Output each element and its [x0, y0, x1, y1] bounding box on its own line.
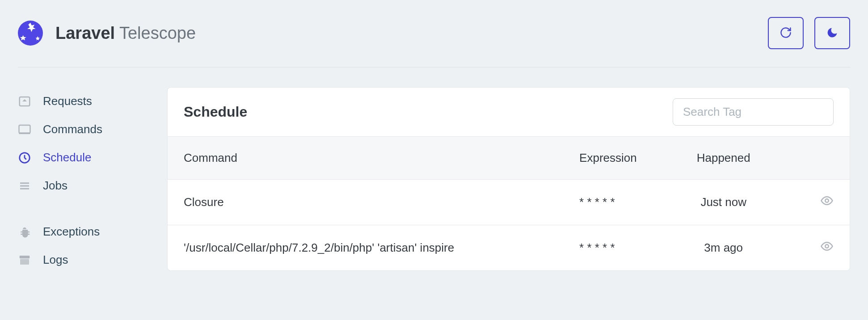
- sidebar-item-exceptions[interactable]: Exceptions: [18, 218, 147, 246]
- nav-group-main: Requests Commands Schedule: [18, 87, 147, 200]
- topbar: Laravel Telescope: [18, 0, 850, 67]
- moon-icon: [826, 26, 839, 40]
- svg-rect-1: [19, 125, 30, 133]
- sidebar-item-label: Logs: [43, 253, 68, 267]
- view-entry-button[interactable]: [820, 240, 834, 254]
- sidebar-item-label: Requests: [43, 94, 92, 108]
- sidebar-item-label: Schedule: [43, 151, 91, 164]
- search-input[interactable]: [673, 98, 834, 126]
- list-icon: [18, 179, 31, 193]
- brand-light: Telescope: [119, 24, 196, 42]
- cell-command: Closure: [168, 180, 563, 225]
- svg-point-5: [825, 199, 829, 202]
- cell-happened: 3m ago: [666, 225, 781, 271]
- svg-rect-4: [20, 259, 29, 265]
- col-expression-header: Expression: [563, 137, 666, 180]
- page-title: Schedule: [184, 104, 247, 120]
- cell-action: [781, 225, 850, 271]
- schedule-table: Command Expression Happened Closure * * …: [168, 136, 850, 270]
- request-icon: [18, 95, 31, 108]
- nav-group-debug: Exceptions Logs: [18, 218, 147, 274]
- top-actions: [768, 17, 850, 49]
- sidebar-item-label: Jobs: [43, 179, 67, 193]
- table-row: Closure * * * * * Just now: [168, 180, 850, 225]
- col-command-header: Command: [168, 137, 563, 180]
- schedule-card: Schedule Command Expression Happened Clo…: [167, 87, 850, 271]
- sidebar: Requests Commands Schedule: [18, 87, 147, 292]
- view-entry-button[interactable]: [820, 194, 834, 209]
- clock-icon: [18, 151, 31, 164]
- col-happened-header: Happened: [666, 137, 781, 180]
- table-header-row: Command Expression Happened: [168, 137, 850, 180]
- eye-icon: [820, 202, 834, 209]
- telescope-logo-icon: [18, 21, 43, 46]
- refresh-icon: [780, 26, 792, 40]
- cell-happened: Just now: [666, 180, 781, 225]
- sidebar-item-schedule[interactable]: Schedule: [18, 143, 147, 172]
- svg-rect-3: [20, 256, 30, 258]
- col-action-header: [781, 137, 850, 180]
- terminal-icon: [18, 123, 31, 136]
- refresh-button[interactable]: [768, 17, 804, 49]
- cell-expression: * * * * *: [563, 180, 666, 225]
- sidebar-item-label: Exceptions: [43, 225, 100, 239]
- archive-icon: [18, 253, 31, 267]
- brand-bold: Laravel: [55, 24, 115, 42]
- cell-expression: * * * * *: [563, 225, 666, 271]
- svg-point-6: [825, 244, 829, 248]
- brand-text: Laravel Telescope: [55, 24, 196, 43]
- sidebar-item-requests[interactable]: Requests: [18, 87, 147, 115]
- brand: Laravel Telescope: [18, 21, 196, 46]
- bug-icon: [18, 225, 31, 239]
- sidebar-item-commands[interactable]: Commands: [18, 115, 147, 143]
- card-header: Schedule: [168, 88, 850, 136]
- cell-command: '/usr/local/Cellar/php/7.2.9_2/bin/php' …: [168, 225, 563, 271]
- cell-action: [781, 180, 850, 225]
- eye-icon: [820, 248, 834, 254]
- sidebar-item-label: Commands: [43, 122, 102, 136]
- sidebar-item-jobs[interactable]: Jobs: [18, 172, 147, 200]
- theme-toggle-button[interactable]: [814, 17, 850, 49]
- table-row: '/usr/local/Cellar/php/7.2.9_2/bin/php' …: [168, 225, 850, 271]
- sidebar-item-logs[interactable]: Logs: [18, 246, 147, 274]
